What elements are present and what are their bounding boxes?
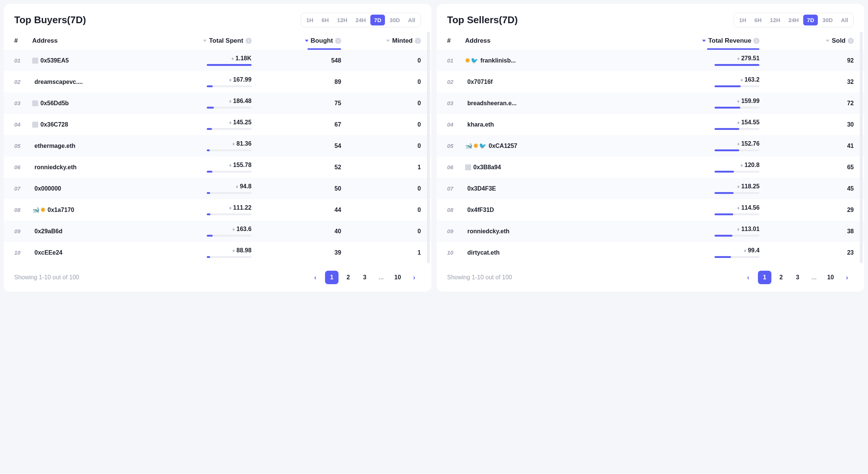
address-cell[interactable]: 0x29aB6d bbox=[32, 228, 152, 235]
table-row[interactable]: 03 0x56Dd5b ♦186.48 75 0 bbox=[4, 92, 431, 114]
time-filter-all[interactable]: All bbox=[837, 15, 852, 25]
table-row[interactable]: 02 0x70716f ♦163.2 32 bbox=[437, 71, 864, 92]
info-icon[interactable]: i bbox=[246, 38, 252, 44]
page-10[interactable]: 10 bbox=[824, 271, 837, 284]
col-bought[interactable]: Bought i bbox=[252, 37, 342, 45]
sun-icon: ✹ bbox=[465, 57, 470, 64]
scrollbar[interactable] bbox=[427, 32, 430, 263]
total-spent-cell: ♦1.18K bbox=[152, 55, 251, 66]
rank: 09 bbox=[447, 228, 465, 234]
col-rank[interactable]: # bbox=[447, 37, 465, 45]
table-row[interactable]: 01 0x539EA5 ♦1.18K 548 0 bbox=[4, 50, 431, 71]
time-filter-7d[interactable]: 7D bbox=[370, 15, 385, 25]
table-row[interactable]: 04 0x36C728 ♦145.25 67 0 bbox=[4, 114, 431, 135]
eth-icon: ♦ bbox=[232, 141, 235, 147]
rank: 05 bbox=[447, 143, 465, 149]
prev-page-button[interactable]: ‹ bbox=[309, 271, 322, 284]
table-row[interactable]: 07 0x3D4F3E ♦118.25 45 bbox=[437, 178, 864, 199]
address-cell[interactable]: breadsheeran.e... bbox=[465, 100, 606, 107]
address-cell[interactable]: dreamscapevc.... bbox=[32, 79, 152, 85]
info-icon[interactable]: i bbox=[335, 38, 341, 44]
eth-icon: ♦ bbox=[229, 98, 231, 104]
time-filter-6h[interactable]: 6H bbox=[318, 15, 333, 25]
time-filter-12h[interactable]: 12H bbox=[333, 15, 351, 25]
table-row[interactable]: 09 ronniedcky.eth ♦113.01 38 bbox=[437, 221, 864, 242]
address-cell[interactable]: ronniedcky.eth bbox=[465, 228, 606, 235]
time-filter-24h[interactable]: 24H bbox=[785, 15, 803, 25]
table-row[interactable]: 09 0x29aB6d ♦163.6 40 0 bbox=[4, 221, 431, 242]
next-page-button[interactable]: › bbox=[407, 271, 421, 284]
info-icon[interactable]: i bbox=[848, 38, 854, 44]
scrollbar[interactable] bbox=[860, 32, 863, 263]
address-cell[interactable]: 🐋✹🐦 0xCA1257 bbox=[465, 142, 606, 149]
address-cell[interactable]: 0xcEEe24 bbox=[32, 249, 152, 256]
address-cell[interactable]: 🐋✹ 0x1a7170 bbox=[32, 206, 152, 213]
time-filter-12h[interactable]: 12H bbox=[766, 15, 784, 25]
page-3[interactable]: 3 bbox=[358, 271, 371, 284]
table-row[interactable]: 08 🐋✹ 0x1a7170 ♦111.22 44 0 bbox=[4, 199, 431, 221]
table-row[interactable]: 06 ronniedcky.eth ♦155.78 52 1 bbox=[4, 157, 431, 178]
address-cell[interactable]: 0x70716f bbox=[465, 79, 606, 85]
table-row[interactable]: 03 breadsheeran.e... ♦159.99 72 bbox=[437, 92, 864, 114]
address-cell[interactable]: 0x539EA5 bbox=[32, 57, 152, 64]
table-row[interactable]: 08 0x4fF31D ♦114.56 29 bbox=[437, 199, 864, 221]
page-1[interactable]: 1 bbox=[758, 271, 771, 284]
page-2[interactable]: 2 bbox=[342, 271, 355, 284]
rank: 01 bbox=[447, 57, 465, 64]
address-cell[interactable]: khara.eth bbox=[465, 121, 606, 128]
page-2[interactable]: 2 bbox=[774, 271, 788, 284]
col-rank[interactable]: # bbox=[14, 37, 32, 45]
bar bbox=[714, 171, 759, 173]
address-cell[interactable]: 0x000000 bbox=[32, 185, 152, 192]
time-filter-24h[interactable]: 24H bbox=[352, 15, 370, 25]
col-minted[interactable]: Minted i bbox=[341, 37, 421, 45]
col-address[interactable]: Address bbox=[465, 37, 606, 45]
prev-page-button[interactable]: ‹ bbox=[741, 271, 755, 284]
revenue-value: 118.25 bbox=[741, 183, 759, 190]
time-filter-all[interactable]: All bbox=[404, 15, 419, 25]
next-page-button[interactable]: › bbox=[840, 271, 854, 284]
address-cell[interactable]: ✹🐦 franklinisb... bbox=[465, 57, 606, 64]
address-cell[interactable]: ethermage.eth bbox=[32, 143, 152, 149]
table-row[interactable]: 07 0x000000 ♦94.8 50 0 bbox=[4, 178, 431, 199]
time-filter-30d[interactable]: 30D bbox=[386, 15, 404, 25]
info-icon[interactable]: i bbox=[753, 38, 759, 44]
page-3[interactable]: 3 bbox=[791, 271, 804, 284]
address-cell[interactable]: 0x3D4F3E bbox=[465, 185, 606, 192]
table-row[interactable]: 10 0xcEEe24 ♦88.98 39 1 bbox=[4, 242, 431, 263]
table-row[interactable]: 02 dreamscapevc.... ♦167.99 89 0 bbox=[4, 71, 431, 92]
eth-icon: ♦ bbox=[737, 226, 740, 232]
table-row[interactable]: 05 🐋✹🐦 0xCA1257 ♦152.76 41 bbox=[437, 135, 864, 157]
table-row[interactable]: 06 0x3B8a94 ♦120.8 65 bbox=[437, 157, 864, 178]
col-total-revenue[interactable]: Total Revenue i bbox=[606, 37, 759, 45]
time-filter-6h[interactable]: 6H bbox=[751, 15, 765, 25]
table-row[interactable]: 10 dirtycat.eth ♦99.4 23 bbox=[437, 242, 864, 263]
col-address[interactable]: Address bbox=[32, 37, 152, 45]
time-filter-1h[interactable]: 1H bbox=[735, 15, 750, 25]
table-row[interactable]: 04 khara.eth ♦154.55 30 bbox=[437, 114, 864, 135]
col-total-spent[interactable]: Total Spent i bbox=[152, 37, 251, 45]
spent-value: 155.78 bbox=[233, 162, 252, 168]
info-icon[interactable]: i bbox=[415, 38, 421, 44]
time-filter-30d[interactable]: 30D bbox=[819, 15, 837, 25]
address-text: 0x36C728 bbox=[40, 121, 68, 128]
address-cell[interactable]: 0x3B8a94 bbox=[465, 164, 606, 171]
page-1[interactable]: 1 bbox=[325, 271, 339, 284]
address-text: 0x3D4F3E bbox=[467, 185, 496, 192]
address-cell[interactable]: ronniedcky.eth bbox=[32, 164, 152, 171]
sold-value: 38 bbox=[759, 228, 854, 235]
table-row[interactable]: 05 ethermage.eth ♦81.36 54 0 bbox=[4, 135, 431, 157]
total-revenue-cell: ♦163.2 bbox=[606, 76, 759, 87]
total-spent-cell: ♦145.25 bbox=[152, 119, 251, 130]
address-cell[interactable]: 0x56Dd5b bbox=[32, 100, 152, 107]
address-cell[interactable]: 0x4fF31D bbox=[465, 207, 606, 213]
time-filter-1h[interactable]: 1H bbox=[303, 15, 317, 25]
address-cell[interactable]: dirtycat.eth bbox=[465, 249, 606, 256]
table-row[interactable]: 01 ✹🐦 franklinisb... ♦279.51 92 bbox=[437, 50, 864, 71]
sellers-time-filter: 1H6H12H24H7D30DAll bbox=[734, 13, 854, 27]
time-filter-7d[interactable]: 7D bbox=[803, 15, 818, 25]
address-cell[interactable]: 0x36C728 bbox=[32, 121, 152, 128]
page-10[interactable]: 10 bbox=[391, 271, 404, 284]
col-sold[interactable]: Sold i bbox=[759, 37, 854, 45]
minted-value: 0 bbox=[341, 79, 421, 85]
